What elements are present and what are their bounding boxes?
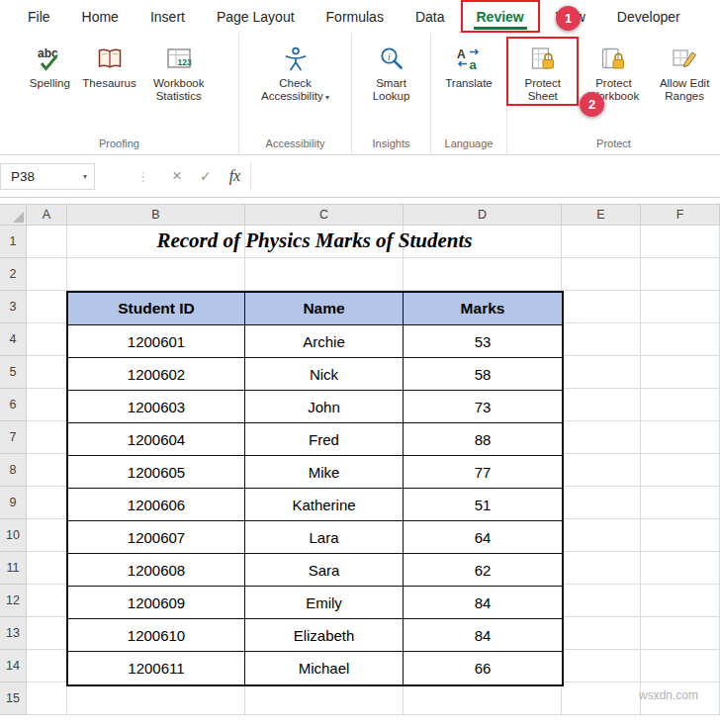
table-cell[interactable]: 1200606 <box>68 489 245 521</box>
row-header-5[interactable]: 5 <box>0 356 27 389</box>
insert-function-icon[interactable]: fx <box>229 167 241 185</box>
cell-E14[interactable] <box>562 650 641 682</box>
cell-F5[interactable] <box>641 356 720 389</box>
cell-E11[interactable] <box>562 552 641 585</box>
cell-E2[interactable] <box>562 258 641 291</box>
spelling-button[interactable]: abcSpelling <box>21 38 78 92</box>
cell-F4[interactable] <box>641 323 720 356</box>
row-header-15[interactable]: 15 <box>0 682 27 715</box>
tab-home[interactable]: Home <box>66 0 135 33</box>
cell-F14[interactable] <box>641 650 720 682</box>
cell-A13[interactable] <box>27 617 67 650</box>
table-cell[interactable]: 84 <box>404 587 562 619</box>
cell-B2[interactable] <box>67 258 245 291</box>
row-header-9[interactable]: 9 <box>0 487 27 519</box>
cell-E12[interactable] <box>562 585 641 617</box>
col-header-E[interactable]: E <box>562 204 641 226</box>
table-cell[interactable]: Lara <box>245 521 404 554</box>
cell-A9[interactable] <box>27 487 67 519</box>
cell-A11[interactable] <box>27 552 67 585</box>
row-header-2[interactable]: 2 <box>0 258 27 291</box>
table-cell[interactable]: 77 <box>404 456 562 489</box>
tab-developer[interactable]: Developer <box>601 0 696 33</box>
table-cell[interactable]: Sara <box>245 554 404 587</box>
cell-F12[interactable] <box>641 585 720 617</box>
cell-A5[interactable] <box>27 356 67 389</box>
cell-C15[interactable] <box>245 682 404 715</box>
table-cell[interactable]: 66 <box>404 652 562 684</box>
table-header-marks[interactable]: Marks <box>404 293 562 325</box>
allow-edit-ranges-button[interactable]: Allow Edit Ranges <box>649 38 720 105</box>
row-header-11[interactable]: 11 <box>0 552 27 585</box>
cell-A15[interactable] <box>27 682 67 715</box>
col-header-F[interactable]: F <box>641 204 720 226</box>
tab-data[interactable]: Data <box>400 0 461 33</box>
tab-file[interactable]: File <box>12 0 66 33</box>
row-header-4[interactable]: 4 <box>0 323 27 356</box>
table-cell[interactable]: 1200604 <box>68 423 245 456</box>
cell-E7[interactable] <box>562 421 641 454</box>
table-cell[interactable]: 1200601 <box>68 325 245 358</box>
cell-E15[interactable] <box>562 682 641 715</box>
cell-A10[interactable] <box>27 519 67 552</box>
tab-insert[interactable]: Insert <box>135 0 201 33</box>
check-accessibility-button[interactable]: Check Accessibility ▾ <box>257 38 334 106</box>
table-cell[interactable]: 51 <box>404 489 562 521</box>
cell-F11[interactable] <box>641 552 720 585</box>
cell-C2[interactable] <box>245 258 404 291</box>
col-header-C[interactable]: C <box>245 204 404 226</box>
table-cell[interactable]: 62 <box>404 554 562 587</box>
table-header-student-id[interactable]: Student ID <box>68 293 245 325</box>
cell-E9[interactable] <box>562 487 641 519</box>
cell-F13[interactable] <box>641 617 720 650</box>
cell-F10[interactable] <box>641 519 720 552</box>
cell-E10[interactable] <box>562 519 641 552</box>
table-cell[interactable]: Katherine <box>245 489 404 521</box>
table-cell[interactable]: Elizabeth <box>245 619 404 652</box>
cell-F7[interactable] <box>641 421 720 454</box>
smart-lookup-button[interactable]: iSmart Lookup <box>353 38 430 105</box>
cell-E8[interactable] <box>562 454 641 487</box>
cell-E6[interactable] <box>562 389 641 421</box>
table-cell[interactable]: Nick <box>245 358 404 391</box>
thesaurus-button[interactable]: Thesaurus <box>78 38 139 92</box>
cell-D2[interactable] <box>404 258 562 291</box>
cell-A8[interactable] <box>27 454 67 487</box>
cell-E4[interactable] <box>562 323 641 356</box>
table-cell[interactable]: 64 <box>404 521 562 554</box>
cell-D15[interactable] <box>404 682 562 715</box>
workbook-statistics-button[interactable]: 123Workbook Statistics <box>140 38 218 105</box>
cell-F6[interactable] <box>641 389 720 421</box>
enter-icon[interactable]: ✓ <box>200 168 212 184</box>
row-header-12[interactable]: 12 <box>0 585 27 617</box>
table-cell[interactable]: 1200605 <box>68 456 245 489</box>
table-cell[interactable]: 73 <box>404 391 562 423</box>
chevron-down-icon[interactable]: ▾ <box>83 172 87 181</box>
row-header-10[interactable]: 10 <box>0 519 27 552</box>
table-cell[interactable]: 1200610 <box>68 619 245 652</box>
cell-E1[interactable] <box>562 226 641 258</box>
name-box[interactable]: P38 ▾ <box>0 163 95 190</box>
table-cell[interactable]: 58 <box>404 358 562 391</box>
cell-A1[interactable] <box>27 226 67 258</box>
cell-F8[interactable] <box>641 454 720 487</box>
cell-F9[interactable] <box>641 487 720 519</box>
row-header-13[interactable]: 13 <box>0 617 27 650</box>
table-cell[interactable]: Fred <box>245 423 404 456</box>
row-header-7[interactable]: 7 <box>0 421 27 454</box>
cell-F2[interactable] <box>641 258 720 291</box>
tab-formulas[interactable]: Formulas <box>311 0 400 33</box>
cell-A14[interactable] <box>27 650 67 682</box>
cell-F1[interactable] <box>641 226 720 258</box>
tab-page-layout[interactable]: Page Layout <box>201 0 311 33</box>
table-cell[interactable]: Archie <box>245 325 404 358</box>
row-header-1[interactable]: 1 <box>0 226 27 258</box>
cell-A12[interactable] <box>27 585 67 617</box>
table-cell[interactable]: 84 <box>404 619 562 652</box>
row-header-6[interactable]: 6 <box>0 389 27 421</box>
cell-F3[interactable] <box>641 291 720 323</box>
cell-A2[interactable] <box>27 258 67 291</box>
table-cell[interactable]: 1200611 <box>68 652 245 684</box>
row-header-8[interactable]: 8 <box>0 454 27 487</box>
cell-E5[interactable] <box>562 356 641 389</box>
